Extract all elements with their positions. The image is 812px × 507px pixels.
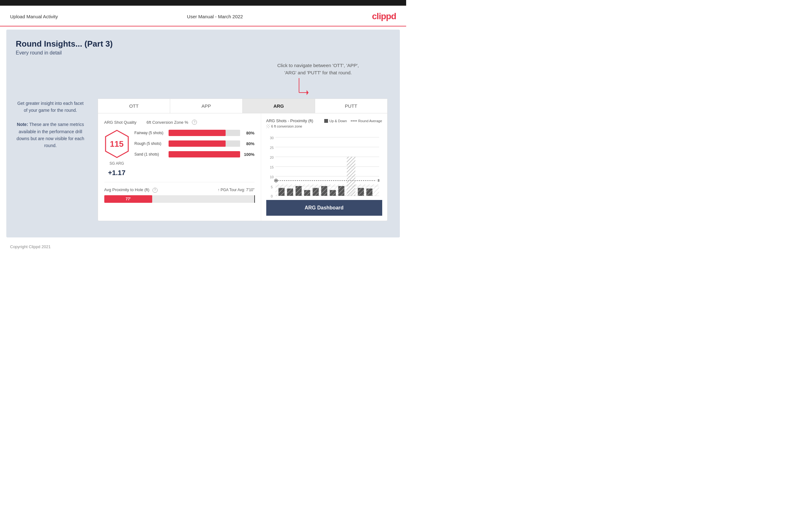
tab-ott[interactable]: OTT — [98, 99, 170, 113]
svg-text:8: 8 — [377, 178, 379, 182]
info-icon[interactable]: ? — [192, 120, 197, 125]
dashboard-card: OTT APP ARG PUTT ARG Shot Quality 6ft Co… — [98, 99, 388, 221]
bar-track-rough — [168, 140, 240, 147]
sg-label: SG ARG — [109, 161, 124, 166]
tab-app[interactable]: APP — [170, 99, 243, 113]
chart-header: ARG Shots - Proximity (ft) Up & Down Rou… — [266, 118, 382, 123]
chart-title: ARG Shots - Proximity (ft) — [266, 118, 313, 123]
top-bar — [0, 0, 406, 6]
bar-track-fairway — [168, 130, 240, 136]
arg-dashboard-button[interactable]: ARG Dashboard — [266, 200, 382, 216]
page-subtitle: Every round in detail — [16, 50, 391, 56]
card-left-panel: ARG Shot Quality 6ft Conversion Zone % ? — [98, 113, 261, 221]
bar-percent-fairway: 80% — [243, 131, 255, 135]
proximity-section: Avg Proximity to Hole (ft) ? ↑ PGA Tour … — [104, 182, 255, 203]
legend-updown: Up & Down — [324, 119, 347, 123]
cursor-line — [254, 195, 255, 203]
proximity-header: Avg Proximity to Hole (ft) ? ↑ PGA Tour … — [104, 187, 255, 193]
legend-conversion-label: 6 ft conversion zone — [271, 124, 302, 128]
svg-text:15: 15 — [270, 165, 273, 169]
proximity-info-icon[interactable]: ? — [153, 188, 158, 193]
card-left-inner: 115 SG ARG +1.17 Fairway (5 shots) — [104, 130, 255, 177]
note-bold: Note: — [17, 122, 29, 127]
bar-row-rough: Rough (5 shots) 80% — [135, 140, 255, 147]
bar-label-fairway: Fairway (5 shots) — [135, 131, 166, 135]
legend-hatched-icon — [266, 124, 270, 128]
tab-arg[interactable]: ARG — [243, 99, 315, 113]
bar-label-rough: Rough (5 shots) — [135, 142, 166, 146]
left-panel: Get greater insight into each facet of y… — [16, 62, 85, 149]
svg-marker-2 — [307, 90, 308, 95]
shot-quality-title: ARG Shot Quality — [104, 120, 137, 125]
svg-point-21 — [275, 180, 277, 181]
nav-arrow — [296, 77, 315, 98]
svg-text:0: 0 — [271, 194, 272, 198]
hexagon: 115 — [104, 130, 130, 158]
header: Upload Manual Activity User Manual - Mar… — [0, 6, 406, 26]
pga-avg: ↑ PGA Tour Avg: 7'10" — [218, 188, 255, 192]
copyright-text: Copyright Clippd 2021 — [10, 244, 51, 249]
bar-row-sand: Sand (1 shots) 100% — [135, 151, 255, 158]
clippd-logo: clippd — [372, 11, 396, 21]
card-right-panel: ARG Shots - Proximity (ft) Up & Down Rou… — [261, 113, 387, 221]
bar-track-sand — [168, 151, 240, 158]
bars-section: Fairway (5 shots) 80% Rough (5 shots) — [135, 130, 255, 162]
right-section: Click to navigate between 'OTT', 'APP','… — [95, 62, 391, 221]
proximity-bar-fill: 77' — [104, 195, 153, 203]
svg-text:25: 25 — [270, 146, 273, 150]
content-row: Get greater insight into each facet of y… — [16, 62, 391, 221]
conversion-zone-label: 6ft Conversion Zone % — [147, 120, 188, 125]
manual-title: User Manual - March 2022 — [187, 14, 243, 19]
tab-putt[interactable]: PUTT — [315, 99, 387, 113]
bar-fill-sand — [168, 151, 240, 158]
bar-percent-sand: 100% — [243, 152, 255, 157]
left-panel-description: Get greater insight into each facet of y… — [16, 100, 85, 149]
footer: Copyright Clippd 2021 — [0, 240, 406, 253]
bar-label-sand: Sand (1 shots) — [135, 152, 166, 157]
bar-fill-rough — [168, 140, 226, 147]
proximity-title: Avg Proximity to Hole (ft) ? — [104, 187, 158, 193]
upload-manual-link[interactable]: Upload Manual Activity — [10, 14, 58, 19]
main-content: Round Insights... (Part 3) Every round i… — [6, 30, 400, 237]
chart-svg: 0 5 10 15 20 25 30 — [266, 131, 382, 200]
svg-text:30: 30 — [270, 136, 273, 140]
page-title: Round Insights... (Part 3) — [16, 39, 391, 49]
sg-value: +1.17 — [108, 169, 126, 177]
svg-rect-34 — [275, 184, 379, 196]
chart-legend: Up & Down Round Average — [324, 119, 382, 123]
chart-area: 0 5 10 15 20 25 30 — [266, 131, 382, 200]
bar-row-fairway: Fairway (5 shots) 80% — [135, 130, 255, 136]
tabs-container: OTT APP ARG PUTT — [98, 99, 387, 113]
hex-score-container: 115 SG ARG +1.17 — [104, 130, 130, 177]
legend-conversion-row: 6 ft conversion zone — [266, 124, 382, 128]
legend-dashed-icon — [351, 121, 357, 121]
svg-text:10: 10 — [270, 175, 273, 179]
nav-hint: Click to navigate between 'OTT', 'APP','… — [277, 62, 359, 76]
bar-percent-rough: 80% — [243, 142, 255, 146]
svg-text:20: 20 — [270, 156, 273, 159]
proximity-bar-track: 77' — [104, 195, 255, 203]
shot-quality-header: ARG Shot Quality 6ft Conversion Zone % ? — [104, 120, 255, 125]
svg-text:5: 5 — [271, 185, 272, 189]
legend-round-avg: Round Average — [351, 119, 382, 123]
hex-score-value: 115 — [110, 139, 123, 149]
card-body: ARG Shot Quality 6ft Conversion Zone % ? — [98, 113, 387, 221]
legend-square-icon — [324, 119, 328, 123]
bar-fill-fairway — [168, 130, 226, 136]
